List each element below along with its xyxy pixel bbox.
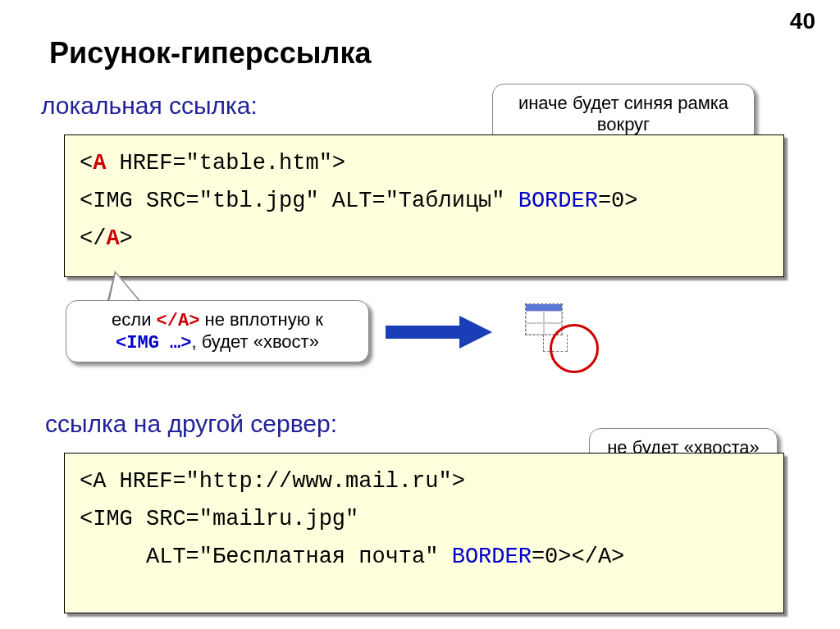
code-line: <IMG SRC="tbl.jpg" ALT="Таблицы" BORDER=…: [80, 183, 769, 221]
callout-text: если: [112, 309, 156, 330]
code-line: ALT="Бесплатная почта" BORDER=0></A>: [80, 539, 769, 577]
code-line: </A>: [80, 221, 769, 258]
arrow-right-icon: [386, 318, 500, 346]
code-text: >: [120, 226, 133, 251]
code-line: <A HREF="http://www.mail.ru">: [80, 463, 769, 501]
section-heading-remote: ссылка на другой сервер:: [45, 410, 337, 438]
code-text: </: [80, 226, 106, 251]
page-title: Рисунок-гиперссылка: [49, 36, 372, 71]
code-text: <: [80, 151, 93, 175]
code-attr-border: BORDER: [518, 189, 598, 213]
code-tag-a: A: [106, 226, 119, 251]
code-line: <IMG SRC="mailru.jpg": [80, 501, 769, 539]
thumbnail-example: [525, 303, 615, 369]
callout-tail: [109, 273, 140, 303]
code-close-a: </A>: [157, 311, 200, 331]
page-number: 40: [790, 8, 815, 34]
code-block-remote: <A HREF="http://www.mail.ru"> <IMG SRC="…: [64, 453, 784, 613]
section-heading-local: локальная ссылка:: [41, 92, 258, 120]
code-text: ALT="Бесплатная почта": [80, 545, 452, 569]
code-img-tag: <IMG …>: [116, 333, 191, 353]
code-text: =0>: [598, 189, 638, 213]
code-text: <IMG SRC="tbl.jpg" ALT="Таблицы": [80, 189, 518, 213]
code-block-local: <A HREF="table.htm"> <IMG SRC="tbl.jpg" …: [64, 134, 784, 277]
code-text: =0></A>: [532, 545, 624, 569]
code-tag-a: A: [93, 151, 106, 175]
code-attr-border: BORDER: [452, 545, 532, 569]
callout-text: не вплотную к: [199, 309, 323, 330]
callout-tail-note: если </A> не вплотную к <IMG …>, будет «…: [66, 300, 369, 362]
code-line: <A HREF="table.htm">: [80, 145, 769, 183]
highlight-circle-icon: [550, 324, 599, 373]
callout-text: , будет «хвост»: [192, 331, 319, 352]
code-text: HREF="table.htm">: [106, 151, 345, 175]
